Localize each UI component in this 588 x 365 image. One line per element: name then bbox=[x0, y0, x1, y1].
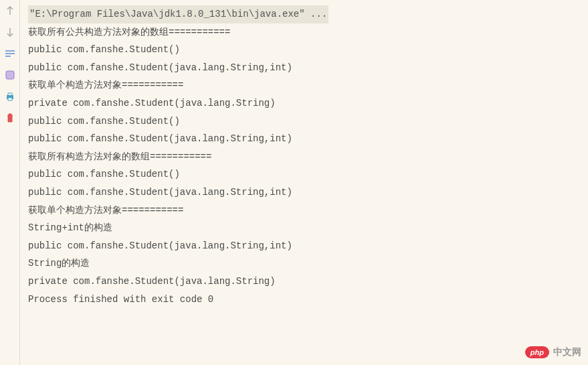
command-line: "E:\Program Files\Java\jdk1.8.0_131\bin\… bbox=[28, 5, 580, 23]
output-line: private com.fanshe.Student(java.lang.Str… bbox=[28, 94, 580, 113]
output-line: public com.fanshe.Student(java.lang.Stri… bbox=[28, 237, 580, 255]
output-line: 获取所有公共构造方法对象的数组=========== bbox=[28, 23, 580, 42]
output-line: String的构造 bbox=[28, 254, 580, 273]
output-line: private com.fanshe.Student(java.lang.Str… bbox=[28, 273, 580, 291]
watermark-text: 中文网 bbox=[553, 346, 581, 358]
arrow-down-icon[interactable] bbox=[5, 27, 15, 38]
output-line: public com.fanshe.Student() bbox=[28, 165, 580, 184]
watermark-badge: php bbox=[525, 346, 549, 358]
output-line: 获取所有构造方法对象的数组=========== bbox=[28, 148, 580, 166]
arrow-up-icon[interactable] bbox=[5, 5, 15, 16]
output-line: public com.fanshe.Student() bbox=[28, 41, 580, 59]
output-line: 获取单个构造方法对象=========== bbox=[28, 76, 580, 94]
output-line: public com.fanshe.Student(java.lang.Stri… bbox=[28, 59, 580, 77]
clear-icon[interactable] bbox=[5, 113, 15, 123]
print-icon[interactable] bbox=[5, 91, 15, 102]
output-line: 获取单个构造方法对象=========== bbox=[28, 202, 580, 220]
output-line: public com.fanshe.Student(java.lang.Stri… bbox=[28, 130, 580, 148]
console-output[interactable]: "E:\Program Files\Java\jdk1.8.0_131\bin\… bbox=[20, 0, 588, 365]
console-gutter bbox=[0, 0, 20, 365]
output-line: public com.fanshe.Student(java.lang.Stri… bbox=[28, 184, 580, 202]
scroll-to-end-icon[interactable] bbox=[5, 70, 15, 80]
watermark: php 中文网 bbox=[525, 346, 581, 358]
svg-rect-3 bbox=[8, 98, 12, 100]
svg-rect-0 bbox=[6, 71, 14, 79]
output-line: Process finished with exit code 0 bbox=[28, 291, 580, 309]
soft-wrap-icon[interactable] bbox=[5, 48, 15, 59]
output-line: String+int的构造 bbox=[28, 219, 580, 237]
output-line: public com.fanshe.Student() bbox=[28, 113, 580, 131]
